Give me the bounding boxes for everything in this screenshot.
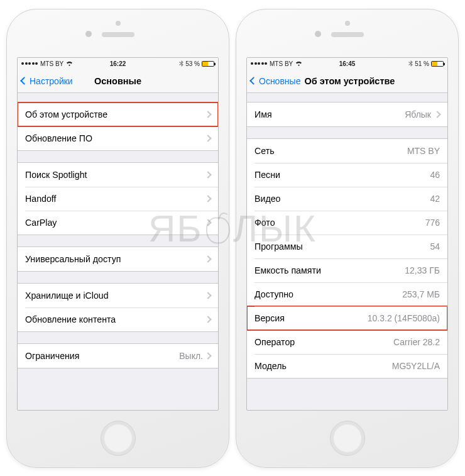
battery-percent: 51 % [415,60,429,67]
row-label: Видео [254,194,430,204]
row-value: 46 [430,170,440,180]
home-button[interactable] [330,421,365,456]
about-list[interactable]: ИмяЯблыкСетьMTS BYПесни46Видео42Фото776П… [247,93,447,410]
chevron-right-icon [204,135,211,141]
row-value: Carrier 28.2 [393,337,440,347]
row-value: 12,33 ГБ [405,265,440,275]
row-model: МодельMG5Y2LL/A [247,354,447,378]
chevron-right-icon [204,219,211,226]
row-label: Программы [254,241,430,252]
chevron-left-icon [249,77,258,85]
row-accessibility[interactable]: Универсальный доступ [18,247,218,271]
row-photos: Фото776 [247,211,447,235]
row-about[interactable]: Об этом устройстве [18,102,218,126]
row-available: Доступно253,7 МБ [247,282,447,306]
row-label: Версия [254,313,368,323]
status-bar: MTS BY 16:22 53 % [18,58,218,69]
row-storage-icloud[interactable]: Хранилище и iCloud [18,284,218,307]
row-capacity: Емкость памяти12,33 ГБ [247,258,447,282]
page-title: Основные [94,76,141,86]
row-label: Емкость памяти [254,265,405,275]
row-carplay[interactable]: CarPlay [18,211,218,235]
battery-icon [202,61,214,67]
row-value: MTS BY [407,146,440,156]
bluetooth-icon [179,60,183,67]
settings-group: Универсальный доступ [18,246,218,272]
about-group: ИмяЯблык [247,102,447,127]
settings-group: Поиск SpotlightHandoffCarPlay [18,162,218,235]
row-label: Доступно [254,289,402,299]
home-button[interactable] [101,421,136,456]
settings-group: Хранилище и iCloudОбновление контента [18,283,218,332]
row-apps: Программы54 [247,235,447,258]
settings-group: Об этом устройствеОбновление ПО [18,102,218,151]
chevron-right-icon [434,111,440,118]
row-label: CarPlay [25,218,205,228]
row-label: Модель [254,361,392,371]
row-software-update[interactable]: Обновление ПО [18,126,218,150]
row-value: 54 [430,241,440,252]
chevron-right-icon [204,195,211,202]
speaker-grill [331,32,364,37]
row-label: Обновление ПО [25,133,205,143]
row-label: Сеть [254,146,407,156]
row-background-refresh[interactable]: Обновление контента [18,307,218,331]
row-label: Фото [254,218,425,228]
row-label: Имя [254,109,405,119]
row-value: 10.3.2 (14F5080a) [368,313,440,323]
row-spotlight[interactable]: Поиск Spotlight [18,163,218,187]
battery-percent: 53 % [185,60,200,67]
screen-left: MTS BY 16:22 53 % Настройки Основные Об … [17,57,219,411]
chevron-right-icon [204,111,211,118]
row-videos: Видео42 [247,187,447,211]
row-label: Ограничения [25,351,179,361]
row-label: Обновление контента [25,314,205,324]
row-restrictions[interactable]: ОграниченияВыкл. [18,344,218,368]
front-camera [315,31,321,37]
row-handoff[interactable]: Handoff [18,187,218,211]
proximity-sensor [116,21,121,26]
clock: 16:22 [110,60,126,67]
row-value: 42 [430,194,440,204]
row-network: СетьMTS BY [247,139,447,163]
row-name[interactable]: ИмяЯблык [247,102,447,126]
row-label: Хранилище и iCloud [25,291,205,301]
row-label: Песни [254,170,430,180]
back-button[interactable]: Настройки [21,76,73,86]
chevron-right-icon [204,352,211,359]
row-value: MG5Y2LL/A [392,361,440,371]
navbar: Настройки Основные [18,69,218,93]
chevron-left-icon [20,77,28,85]
row-label: Об этом устройстве [25,109,205,119]
speaker-grill [102,32,134,37]
row-value: 776 [425,218,440,228]
row-carrier: ОператорCarrier 28.2 [247,330,447,354]
chevron-right-icon [204,292,211,299]
carrier-label: MTS BY [40,60,63,67]
settings-group: ОграниченияВыкл. [18,343,218,368]
row-songs: Песни46 [247,163,447,187]
wifi-icon [66,61,73,67]
front-camera [85,31,92,37]
back-label: Основные [259,76,300,86]
settings-list[interactable]: Об этом устройствеОбновление ПОПоиск Spo… [18,93,218,410]
back-label: Настройки [30,76,73,86]
chevron-right-icon [204,316,211,323]
wifi-icon [295,61,302,67]
row-label: Поиск Spotlight [25,170,205,180]
status-bar: MTS BY 16:45 51 % [247,58,447,69]
about-group: СетьMTS BYПесни46Видео42Фото776Программы… [247,138,447,379]
back-button[interactable]: Основные [251,76,300,86]
row-value: Яблык [405,109,431,119]
carrier-label: MTS BY [270,60,293,67]
page-title: Об этом устройстве [304,76,395,86]
row-version: Версия10.3.2 (14F5080a) [247,306,447,330]
signal-dots [21,62,38,65]
row-label: Универсальный доступ [25,254,205,264]
chevron-right-icon [204,171,211,178]
navbar: Основные Об этом устройстве [247,69,447,93]
clock: 16:45 [339,60,356,67]
row-value: Выкл. [179,351,203,361]
bluetooth-icon [408,60,413,67]
signal-dots [251,62,267,65]
